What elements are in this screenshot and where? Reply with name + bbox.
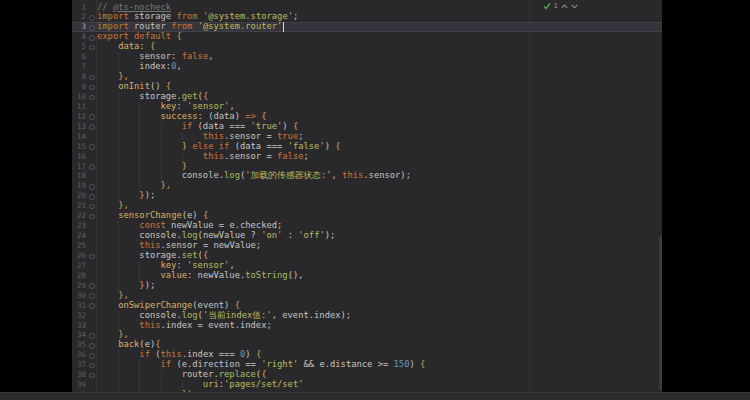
line-number[interactable]: 13: [72, 122, 86, 132]
fold-indicator[interactable]: [86, 350, 97, 360]
line-number[interactable]: 27: [72, 261, 86, 271]
fold-indicator[interactable]: [86, 142, 97, 152]
line-number[interactable]: 35: [72, 340, 86, 350]
code-line[interactable]: 15} else if (data === 'false') {: [72, 142, 662, 152]
code-line[interactable]: 22sensorChange(e) {: [72, 211, 662, 221]
code-line[interactable]: 6sensor: false,: [72, 52, 662, 62]
line-number[interactable]: 9: [72, 82, 86, 92]
fold-indicator[interactable]: [86, 291, 97, 301]
code-line[interactable]: 29});: [72, 281, 662, 291]
fold-indicator[interactable]: [86, 92, 97, 102]
code-line[interactable]: 27key: 'sensor',: [72, 261, 662, 271]
line-number[interactable]: 30: [72, 291, 86, 301]
code-line[interactable]: 25this.sensor = newValue;: [72, 241, 662, 251]
fold-indicator[interactable]: [86, 112, 97, 122]
line-number[interactable]: 22: [72, 211, 86, 221]
fold-indicator[interactable]: [86, 72, 97, 82]
line-number[interactable]: 16: [72, 152, 86, 162]
line-number[interactable]: 32: [72, 311, 86, 321]
line-number[interactable]: 1: [72, 3, 86, 13]
line-number[interactable]: 33: [72, 321, 86, 331]
fold-indicator[interactable]: [86, 42, 97, 52]
fold-indicator[interactable]: [86, 22, 97, 32]
line-number[interactable]: 6: [72, 52, 86, 62]
code-line[interactable]: 36if (this.index === 0) {: [72, 350, 662, 360]
line-number[interactable]: 26: [72, 251, 86, 261]
line-number[interactable]: 37: [72, 360, 86, 370]
code-line[interactable]: 11key: 'sensor',: [72, 102, 662, 112]
code-line[interactable]: 26storage.set({: [72, 251, 662, 261]
code-line[interactable]: 9onInit() {: [72, 82, 662, 92]
fold-indicator[interactable]: [86, 281, 97, 291]
code-line[interactable]: 4export default {: [72, 32, 662, 42]
fold-indicator[interactable]: [86, 330, 97, 340]
code-line[interactable]: 34},: [72, 330, 662, 340]
line-number[interactable]: 4: [72, 32, 86, 42]
chevron-down-icon[interactable]: [571, 4, 578, 9]
line-number[interactable]: 39: [72, 380, 86, 390]
code-line[interactable]: 24console.log(newValue ? 'on' : 'off');: [72, 231, 662, 241]
line-number[interactable]: 21: [72, 201, 86, 211]
code-editor[interactable]: 1// @ts-nocheck2import storage from '@sy…: [72, 0, 662, 400]
code-line[interactable]: 20});: [72, 191, 662, 201]
code-line[interactable]: 35back(e){: [72, 340, 662, 350]
line-number[interactable]: 14: [72, 132, 86, 142]
line-number[interactable]: 7: [72, 62, 86, 72]
line-number[interactable]: 11: [72, 102, 86, 112]
line-number[interactable]: 2: [72, 12, 86, 22]
line-number[interactable]: 5: [72, 42, 86, 52]
code-line[interactable]: 21},: [72, 201, 662, 211]
line-number[interactable]: 29: [72, 281, 86, 291]
code-line[interactable]: 14this.sensor = true;: [72, 132, 662, 142]
fold-indicator[interactable]: [86, 370, 97, 380]
fold-indicator[interactable]: [86, 251, 97, 261]
code-line[interactable]: 23const newValue = e.checked;: [72, 221, 662, 231]
line-number[interactable]: 19: [72, 181, 86, 191]
fold-indicator[interactable]: [86, 181, 97, 191]
line-number[interactable]: 10: [72, 92, 86, 102]
line-number[interactable]: 28: [72, 271, 86, 281]
fold-indicator[interactable]: [86, 301, 97, 311]
line-number[interactable]: 36: [72, 350, 86, 360]
line-number[interactable]: 34: [72, 330, 86, 340]
line-number[interactable]: 31: [72, 301, 86, 311]
code-line[interactable]: 10storage.get({: [72, 92, 662, 102]
fold-indicator[interactable]: [86, 211, 97, 221]
code-line[interactable]: 8},: [72, 72, 662, 82]
code-line[interactable]: 32console.log('当前index值:', event.index);: [72, 311, 662, 321]
fold-indicator[interactable]: [86, 12, 97, 22]
line-number[interactable]: 38: [72, 370, 86, 380]
code-line[interactable]: 39uri:'pages/set/set': [72, 380, 662, 390]
line-number[interactable]: 20: [72, 191, 86, 201]
fold-indicator[interactable]: [86, 122, 97, 132]
code-line[interactable]: 2import storage from '@system.storage';: [72, 12, 662, 22]
line-number[interactable]: 12: [72, 112, 86, 122]
code-line[interactable]: 16this.sensor = false;: [72, 152, 662, 162]
fold-indicator[interactable]: [86, 82, 97, 92]
code-line[interactable]: 12success: (data) => {: [72, 112, 662, 122]
line-number[interactable]: 23: [72, 221, 86, 231]
line-number[interactable]: 18: [72, 171, 86, 181]
line-number[interactable]: 15: [72, 142, 86, 152]
code-line[interactable]: 3import router from '@system.router': [72, 22, 662, 32]
line-number[interactable]: 24: [72, 231, 86, 241]
fold-indicator[interactable]: [86, 360, 97, 370]
fold-indicator[interactable]: [86, 191, 97, 201]
chevron-up-icon[interactable]: [561, 4, 568, 9]
fold-indicator[interactable]: [86, 162, 97, 172]
vertical-scrollbar[interactable]: [659, 236, 662, 390]
code-line[interactable]: 30},: [72, 291, 662, 301]
line-number[interactable]: 17: [72, 162, 86, 172]
code-line[interactable]: 19},: [72, 181, 662, 191]
code-line[interactable]: 17}: [72, 162, 662, 172]
code-line[interactable]: 7index:0,: [72, 62, 662, 72]
code-line[interactable]: 33this.index = event.index;: [72, 321, 662, 331]
code-line[interactable]: 31onSwiperChange(event) {: [72, 301, 662, 311]
fold-indicator[interactable]: [86, 340, 97, 350]
fold-indicator[interactable]: [86, 201, 97, 211]
line-number[interactable]: 8: [72, 72, 86, 82]
code-line[interactable]: 18console.log('加载的传感器状态:', this.sensor);: [72, 171, 662, 181]
code-line[interactable]: 13if (data === 'true') {: [72, 122, 662, 132]
code-line[interactable]: 37if (e.direction == 'right' && e.distan…: [72, 360, 662, 370]
code-line[interactable]: 28value: newValue.toString(),: [72, 271, 662, 281]
